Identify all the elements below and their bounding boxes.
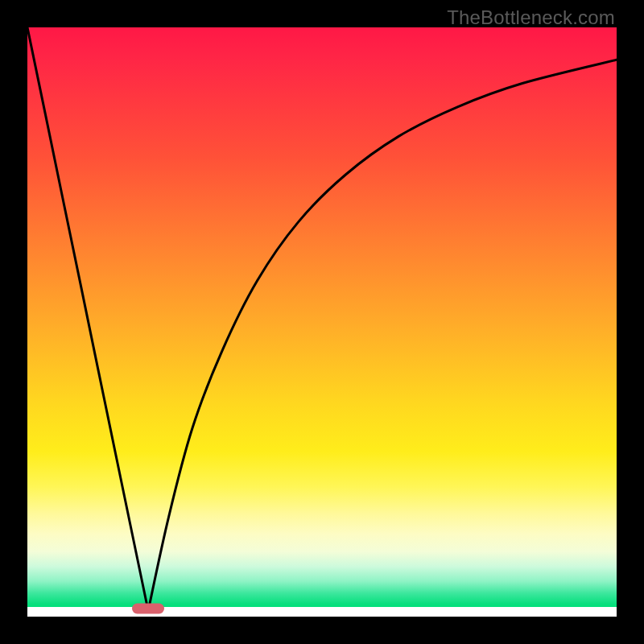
right-branch-curve	[148, 60, 617, 610]
watermark-text: TheBottleneck.com	[447, 6, 615, 29]
left-branch-curve	[27, 27, 148, 611]
chart-frame: TheBottleneck.com	[0, 0, 644, 644]
plot-area	[27, 27, 617, 617]
curve-layer	[27, 27, 617, 617]
bottleneck-marker	[132, 604, 164, 614]
